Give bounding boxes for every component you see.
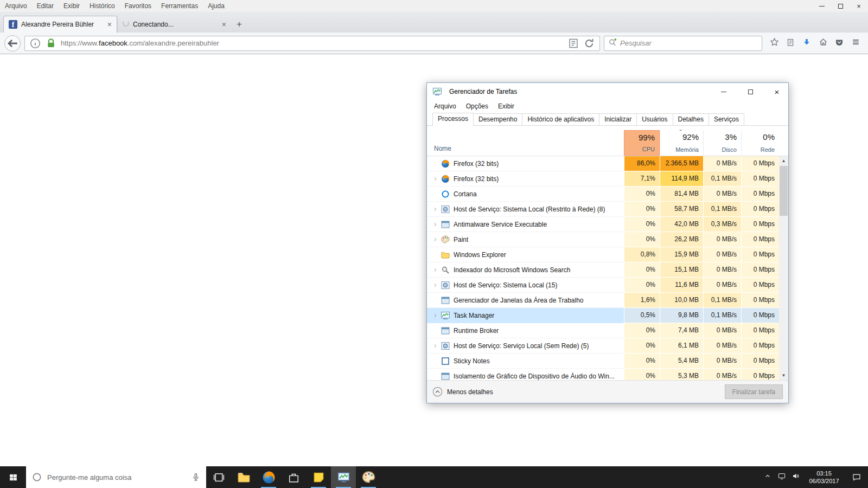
tab-servicos[interactable]: Serviços xyxy=(709,113,744,125)
browser-tab-alexandre-pereira-buhler[interactable]: f Alexandre Pereira Bühler × xyxy=(3,16,117,33)
expander-icon[interactable] xyxy=(430,237,440,242)
taskbar-file-explorer-button[interactable] xyxy=(231,466,256,488)
chevron-up-tray-button[interactable] xyxy=(761,466,775,488)
expander-icon[interactable] xyxy=(430,222,440,227)
process-row[interactable]: Gerenciador de Janelas da Área de Trabal… xyxy=(427,293,779,308)
process-name-cell[interactable]: Host de Serviço: Sistema Local (15) xyxy=(427,278,624,293)
new-tab-button[interactable]: + xyxy=(231,16,247,33)
display-tray-button[interactable] xyxy=(775,466,789,488)
end-task-button[interactable]: Finalizar tarefa xyxy=(725,384,783,399)
back-button[interactable] xyxy=(4,35,21,52)
page-info-icon[interactable] xyxy=(29,37,41,49)
taskbar-task-manager-button[interactable] xyxy=(331,466,356,488)
tm-menu-exibir[interactable]: Exibir xyxy=(493,102,519,110)
scroll-up-icon[interactable]: ▲ xyxy=(779,156,788,165)
tab-detalhes[interactable]: Detalhes xyxy=(673,113,709,125)
expander-icon[interactable] xyxy=(430,267,440,273)
process-name-cell[interactable]: Host de Serviço: Serviço Local (Sem Rede… xyxy=(427,338,624,354)
column-header-cpu[interactable]: 99% CPU xyxy=(624,130,660,156)
home-button[interactable] xyxy=(815,35,831,52)
reload-icon[interactable] xyxy=(583,37,595,49)
scroll-down-icon[interactable]: ▼ xyxy=(779,371,788,380)
process-row[interactable]: Cortana 0% 81,4 MB 0 MB/s 0 Mbps xyxy=(427,187,779,202)
tab-close-icon[interactable]: × xyxy=(222,21,226,28)
taskbar-clock[interactable]: 03:15 06/03/2017 xyxy=(803,470,845,485)
browser-tab-conectando[interactable]: Conectando... × xyxy=(117,16,231,33)
pocket-button[interactable] xyxy=(831,35,847,52)
process-name-cell[interactable]: Host de Serviço: Sistema Local (Restrito… xyxy=(427,202,624,217)
process-row[interactable]: Paint 0% 26,2 MB 0 MB/s 0 Mbps xyxy=(427,232,779,247)
column-header-disco[interactable]: 3% Disco xyxy=(703,130,741,156)
process-row[interactable]: Isolamento de Gráfico de Dispositivo de … xyxy=(427,369,779,380)
process-row[interactable]: Sticky Notes 0% 5,4 MB 0 MB/s 0 Mbps xyxy=(427,354,779,369)
tm-minimize-button[interactable] xyxy=(712,83,735,100)
expander-icon[interactable] xyxy=(430,343,440,349)
column-header-nome[interactable]: Nome xyxy=(427,130,624,156)
lock-icon[interactable] xyxy=(45,37,57,49)
menu-ferramentas[interactable]: Ferramentas xyxy=(156,0,203,12)
tm-close-button[interactable]: × xyxy=(765,83,788,100)
menu-ajuda[interactable]: Ajuda xyxy=(203,0,229,12)
process-name-cell[interactable]: Firefox (32 bits) xyxy=(427,156,624,171)
start-button[interactable] xyxy=(0,466,26,488)
bookmarks-sidebar-button[interactable] xyxy=(782,35,799,52)
tab-processos[interactable]: Processos xyxy=(432,113,474,126)
reader-mode-icon[interactable] xyxy=(567,37,579,49)
scrollbar[interactable]: ▲ ▼ xyxy=(779,156,788,380)
menu-favoritos[interactable]: Favoritos xyxy=(120,0,156,12)
download-button[interactable] xyxy=(799,35,815,52)
search-engine-icon[interactable] xyxy=(608,38,617,49)
process-name-cell[interactable]: Gerenciador de Janelas da Área de Trabal… xyxy=(427,293,624,308)
task-manager-titlebar[interactable]: Gerenciador de Tarefas × xyxy=(427,83,788,100)
taskbar-search-input[interactable] xyxy=(47,473,186,481)
search-bar[interactable] xyxy=(604,36,762,51)
menu-historico[interactable]: Histórico xyxy=(85,0,120,12)
fewer-details-toggle[interactable]: Menos detalhes xyxy=(432,387,493,397)
process-name-cell[interactable]: Isolamento de Gráfico de Dispositivo de … xyxy=(427,369,624,380)
process-row[interactable]: Host de Serviço: Serviço Local (Sem Rede… xyxy=(427,338,779,354)
menu-exibir[interactable]: Exibir xyxy=(59,0,85,12)
microphone-icon[interactable] xyxy=(191,472,201,482)
taskbar-store-button[interactable] xyxy=(281,466,306,488)
process-row[interactable]: Host de Serviço: Sistema Local (Restrito… xyxy=(427,202,779,217)
process-row[interactable]: Runtime Broker 0% 7,4 MB 0 MB/s 0 Mbps xyxy=(427,323,779,338)
process-row[interactable]: Host de Serviço: Sistema Local (15) 0% 1… xyxy=(427,278,779,293)
process-row[interactable]: Antimalware Service Executable 0% 42,0 M… xyxy=(427,217,779,232)
column-header-memoria[interactable]: ˇ 92% Memória xyxy=(660,130,703,156)
cortana-search-box[interactable] xyxy=(26,466,206,488)
expander-icon[interactable] xyxy=(430,207,440,212)
process-name-cell[interactable]: Sticky Notes xyxy=(427,354,624,369)
menu-editar[interactable]: Editar xyxy=(32,0,59,12)
process-name-cell[interactable]: Cortana xyxy=(427,187,624,202)
tab-close-icon[interactable]: × xyxy=(107,21,112,28)
process-name-cell[interactable]: Runtime Broker xyxy=(427,323,624,338)
process-row[interactable]: Firefox (32 bits) 7,1% 114,9 MB 0,1 MB/s… xyxy=(427,171,779,187)
expander-icon[interactable] xyxy=(430,176,440,182)
minimize-button[interactable] xyxy=(813,0,831,12)
process-name-cell[interactable]: Task Manager xyxy=(427,308,624,323)
process-name-cell[interactable]: Paint xyxy=(427,232,624,247)
star-button[interactable] xyxy=(766,35,782,52)
tab-historico-de-aplicativos[interactable]: Histórico de aplicativos xyxy=(522,113,599,125)
close-button[interactable]: × xyxy=(850,0,868,12)
process-name-cell[interactable]: Firefox (32 bits) xyxy=(427,171,624,187)
process-row[interactable]: Windows Explorer 0,8% 15,9 MB 0 MB/s 0 M… xyxy=(427,247,779,262)
search-input[interactable] xyxy=(620,39,758,47)
process-name-cell[interactable]: Indexador do Microsoft Windows Search xyxy=(427,262,624,278)
tm-menu-arquivo[interactable]: Arquivo xyxy=(429,102,461,110)
tm-maximize-button[interactable] xyxy=(739,83,762,100)
tab-usuarios[interactable]: Usuários xyxy=(636,113,673,125)
url-bar[interactable]: https://www.facebook.com/alexandre.perei… xyxy=(24,36,600,51)
expander-icon[interactable] xyxy=(430,282,440,288)
taskbar-paint-button[interactable] xyxy=(356,466,381,488)
taskbar-task-view-button[interactable] xyxy=(206,466,231,488)
process-name-cell[interactable]: Windows Explorer xyxy=(427,247,624,262)
process-row[interactable]: Task Manager 0,5% 9,8 MB 0,1 MB/s 0 Mbps xyxy=(427,308,779,323)
expander-icon[interactable] xyxy=(430,313,440,318)
taskbar-sticky-notes-button[interactable] xyxy=(306,466,331,488)
process-name-cell[interactable]: Antimalware Service Executable xyxy=(427,217,624,232)
column-header-rede[interactable]: 0% Rede xyxy=(741,130,779,156)
action-center-button[interactable] xyxy=(845,466,868,488)
scrollbar-thumb[interactable] xyxy=(780,166,788,216)
menu-arquivo[interactable]: Arquivo xyxy=(0,0,32,12)
